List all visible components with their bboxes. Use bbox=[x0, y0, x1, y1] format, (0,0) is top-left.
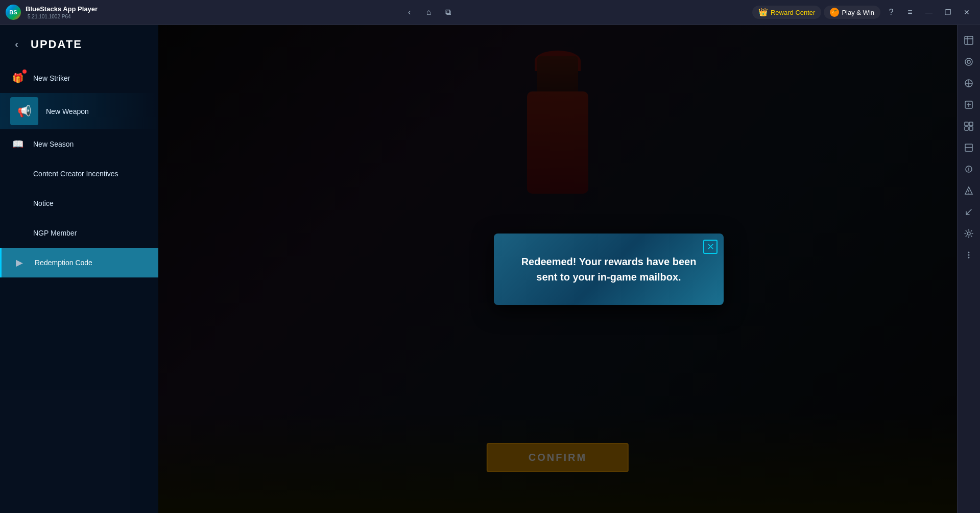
dialog-close-button[interactable]: ✕ bbox=[703, 240, 718, 254]
svg-point-22 bbox=[967, 232, 970, 235]
right-icon-btn-more[interactable] bbox=[960, 246, 978, 264]
app-info: BlueStacks App Player 5.21.101.1002 P64 bbox=[26, 5, 98, 19]
logo-circle: BS bbox=[6, 5, 21, 20]
sidebar-back-button[interactable]: ‹ bbox=[8, 35, 26, 53]
notification-dot bbox=[22, 69, 27, 74]
right-icon-btn-1[interactable] bbox=[960, 31, 978, 50]
svg-rect-14 bbox=[969, 127, 973, 130]
back-nav-button[interactable]: ‹ bbox=[402, 5, 417, 20]
sidebar-item-label-redemption-code: Redemption Code bbox=[35, 259, 92, 267]
ngp-member-icon bbox=[10, 225, 26, 241]
notice-icon bbox=[10, 196, 26, 211]
app-logo: BS bbox=[5, 4, 21, 20]
sidebar-item-ngp-member[interactable]: NGP Member bbox=[0, 218, 158, 248]
sidebar-item-label-new-season: New Season bbox=[33, 140, 74, 148]
sidebar-item-label-content-creator: Content Creator Incentives bbox=[33, 170, 118, 178]
right-icon-btn-7[interactable] bbox=[960, 160, 978, 178]
app-version: 5.21.101.1002 P64 bbox=[28, 14, 98, 19]
content-creator-icon bbox=[10, 166, 26, 181]
dialog-container: ✕ Redeemed! Your rewards have been sent … bbox=[158, 25, 957, 513]
restore-button[interactable]: ❐ bbox=[940, 4, 956, 20]
sidebar-item-new-striker[interactable]: 🎁 New Striker bbox=[0, 63, 158, 93]
sidebar-title: UPDATE bbox=[31, 38, 82, 51]
svg-rect-13 bbox=[965, 127, 968, 130]
sidebar-item-new-season[interactable]: 📖 New Season bbox=[0, 129, 158, 159]
svg-point-24 bbox=[968, 254, 970, 256]
sidebar-item-label-ngp-member: NGP Member bbox=[33, 229, 77, 237]
sidebar-item-label-notice: Notice bbox=[33, 199, 54, 207]
sidebar-item-content-creator[interactable]: Content Creator Incentives bbox=[0, 159, 158, 189]
titlebar: BS BlueStacks App Player 5.21.101.1002 P… bbox=[0, 0, 980, 25]
svg-point-21 bbox=[968, 193, 969, 194]
sidebar-item-label-new-striker: New Striker bbox=[33, 74, 70, 82]
main-content: ‹ UPDATE 🎁 New Striker 📢 New Weapon 📖 Ne… bbox=[0, 25, 980, 513]
reward-center-button[interactable]: 👑 Reward Center bbox=[752, 6, 821, 19]
sidebar-item-notice[interactable]: Notice bbox=[0, 189, 158, 218]
right-icon-btn-8[interactable] bbox=[960, 181, 978, 200]
svg-rect-11 bbox=[965, 122, 968, 126]
play-win-label: Play & Win bbox=[842, 9, 874, 16]
new-season-icon: 📖 bbox=[10, 136, 26, 152]
redemption-code-icon: ▶ bbox=[12, 255, 27, 270]
home-nav-button[interactable]: ⌂ bbox=[421, 5, 437, 20]
right-icon-btn-4[interactable] bbox=[960, 96, 978, 114]
titlebar-nav: ‹ ⌂ ⧉ bbox=[402, 5, 456, 20]
sidebar-header: ‹ UPDATE bbox=[0, 25, 158, 61]
multi-instance-button[interactable]: ⧉ bbox=[441, 5, 456, 20]
svg-rect-0 bbox=[965, 36, 973, 44]
close-button[interactable]: ✕ bbox=[959, 4, 975, 20]
right-icon-btn-2[interactable] bbox=[960, 53, 978, 71]
sidebar-menu: 🎁 New Striker 📢 New Weapon 📖 New Season … bbox=[0, 61, 158, 513]
sidebar-item-new-weapon[interactable]: 📢 New Weapon bbox=[0, 93, 158, 129]
app-name: BlueStacks App Player bbox=[26, 5, 98, 13]
sidebar-item-redemption-code[interactable]: ▶ Redemption Code bbox=[0, 248, 158, 277]
right-sidebar bbox=[957, 25, 980, 513]
play-win-button[interactable]: 🍊 Play & Win bbox=[824, 6, 880, 19]
sidebar-item-label-new-weapon: New Weapon bbox=[46, 107, 89, 115]
svg-rect-12 bbox=[969, 122, 973, 126]
game-area: CONFIRM ✕ Redeemed! Your rewards have be… bbox=[158, 25, 957, 513]
menu-button[interactable]: ≡ bbox=[902, 4, 918, 20]
titlebar-right: 👑 Reward Center 🍊 Play & Win ? ≡ — ❐ ✕ bbox=[752, 4, 975, 20]
new-striker-icon: 🎁 bbox=[10, 71, 26, 86]
svg-point-3 bbox=[965, 58, 972, 65]
new-weapon-icon-box: 📢 bbox=[10, 97, 38, 125]
play-win-icon: 🍊 bbox=[830, 8, 839, 17]
reward-center-label: Reward Center bbox=[771, 9, 815, 16]
sidebar: ‹ UPDATE 🎁 New Striker 📢 New Weapon 📖 Ne… bbox=[0, 25, 158, 513]
help-button[interactable]: ? bbox=[883, 4, 899, 20]
dialog-message: Redeemed! Your rewards have been sent to… bbox=[512, 254, 706, 285]
right-icon-btn-3[interactable] bbox=[960, 74, 978, 92]
right-icon-btn-6[interactable] bbox=[960, 138, 978, 157]
minimize-button[interactable]: — bbox=[921, 4, 937, 20]
svg-point-4 bbox=[967, 60, 970, 63]
svg-point-25 bbox=[968, 257, 970, 259]
right-icon-btn-5[interactable] bbox=[960, 117, 978, 135]
right-icon-btn-9[interactable] bbox=[960, 203, 978, 221]
svg-point-23 bbox=[968, 252, 970, 253]
right-icon-btn-gear[interactable] bbox=[960, 224, 978, 243]
reward-dialog: ✕ Redeemed! Your rewards have been sent … bbox=[494, 234, 724, 305]
crown-icon: 👑 bbox=[758, 8, 768, 17]
